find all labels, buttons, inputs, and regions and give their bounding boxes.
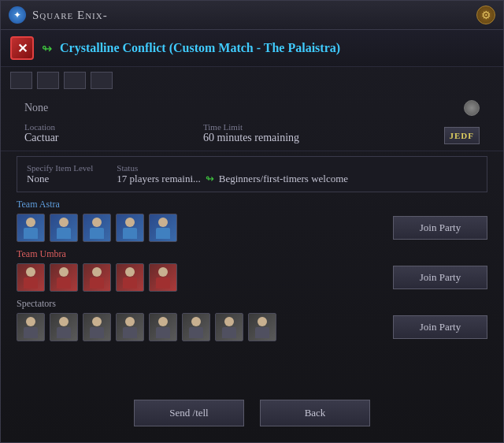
main-window: ✦ Square Enix- ⚙ ✕ ↬ Crystalline Conflic… xyxy=(0,0,504,443)
window-title: Square Enix- xyxy=(32,9,108,22)
spectator-avatar-3 xyxy=(83,313,111,341)
spectator-avatar-1 xyxy=(17,313,45,341)
item-level-value: None xyxy=(27,173,93,185)
astra-avatar-2 xyxy=(50,214,78,242)
spectator-avatar-6 xyxy=(182,313,210,341)
checkbox-1[interactable] xyxy=(10,72,32,89)
location-label: Location xyxy=(24,122,59,132)
spectators-label: Spectators xyxy=(17,298,487,310)
spectator-avatar-2 xyxy=(50,313,78,341)
title-bar: ✦ Square Enix- ⚙ xyxy=(1,1,503,30)
astra-avatar-5 xyxy=(149,214,177,242)
astra-join-button[interactable]: Join Party xyxy=(393,216,487,240)
astra-avatar-3 xyxy=(83,214,111,242)
umbra-avatar-2 xyxy=(50,263,78,292)
send-tell-button[interactable]: Send /tell xyxy=(134,400,244,426)
status-group: Status 17 players remaini... ↬ Beginners… xyxy=(117,163,348,185)
status-label: Status xyxy=(117,163,348,173)
checkbox-row xyxy=(1,67,503,94)
astra-avatar-4 xyxy=(116,214,144,242)
title-bar-left: ✦ Square Enix- xyxy=(9,6,108,24)
time-limit-value: 60 minutes remaining xyxy=(203,132,299,144)
info-row: Location Cactuar Time Limit 60 minutes r… xyxy=(1,119,503,151)
teams-section: Team Astra xyxy=(1,199,503,341)
none-text: None xyxy=(24,102,48,114)
umbra-join-button[interactable]: Join Party xyxy=(393,266,487,289)
status-main-text: 17 players remaini... xyxy=(117,173,201,185)
umbra-avatar-4 xyxy=(116,263,144,292)
status-extra-text: Beginners/first-timers welcome xyxy=(219,173,348,185)
details-row: Specify Item Level None Status 17 player… xyxy=(27,163,477,185)
status-value-row: 17 players remaini... ↬ Beginners/first-… xyxy=(117,173,348,185)
spectator-avatar-4 xyxy=(116,313,144,341)
checkbox-4[interactable] xyxy=(91,72,113,89)
umbra-avatar-5 xyxy=(149,263,177,292)
square-enix-icon: ✦ xyxy=(9,6,26,24)
guild-badge: JEDF xyxy=(444,127,480,144)
match-title: Crystalline Conflict (Custom Match - The… xyxy=(60,41,340,55)
match-type-icon: ✕ xyxy=(10,36,34,60)
match-header: ✕ ↬ Crystalline Conflict (Custom Match -… xyxy=(1,30,503,67)
details-box: Specify Item Level None Status 17 player… xyxy=(17,156,487,192)
spectator-avatar-7 xyxy=(215,313,243,341)
umbra-avatar-1 xyxy=(17,263,45,292)
spectator-avatar-5 xyxy=(149,313,177,341)
spectators-row: Spectators xyxy=(17,298,487,341)
astra-avatar-1 xyxy=(17,214,45,242)
status-arrow-icon: ↬ xyxy=(206,173,214,185)
item-level-label: Specify Item Level xyxy=(27,163,93,173)
location-value: Cactuar xyxy=(24,132,59,144)
location-group: Location Cactuar xyxy=(24,122,59,144)
spectators-members: Join Party xyxy=(17,313,487,341)
team-astra-row: Team Astra xyxy=(17,199,487,242)
time-limit-group: Time Limit 60 minutes remaining xyxy=(203,122,299,144)
team-umbra-row: Team Umbra xyxy=(17,248,487,292)
team-astra-members: Join Party xyxy=(17,214,487,242)
close-button[interactable]: ⚙ xyxy=(476,6,495,24)
bottom-buttons: Send /tell Back xyxy=(1,400,503,426)
checkbox-3[interactable] xyxy=(64,72,86,89)
team-astra-label: Team Astra xyxy=(17,199,487,210)
team-umbra-members: Join Party xyxy=(17,263,487,292)
toggle-icon[interactable] xyxy=(464,100,480,116)
spectators-join-button[interactable]: Join Party xyxy=(393,315,487,339)
checkbox-2[interactable] xyxy=(37,72,59,89)
none-row: None xyxy=(1,94,503,119)
back-button[interactable]: Back xyxy=(260,400,370,426)
arrow-icon: ↬ xyxy=(42,41,52,56)
time-limit-label: Time Limit xyxy=(203,122,299,132)
item-level-group: Specify Item Level None xyxy=(27,163,93,185)
team-umbra-label: Team Umbra xyxy=(17,248,487,260)
spectator-avatar-8 xyxy=(248,313,276,341)
umbra-avatar-3 xyxy=(83,263,111,292)
